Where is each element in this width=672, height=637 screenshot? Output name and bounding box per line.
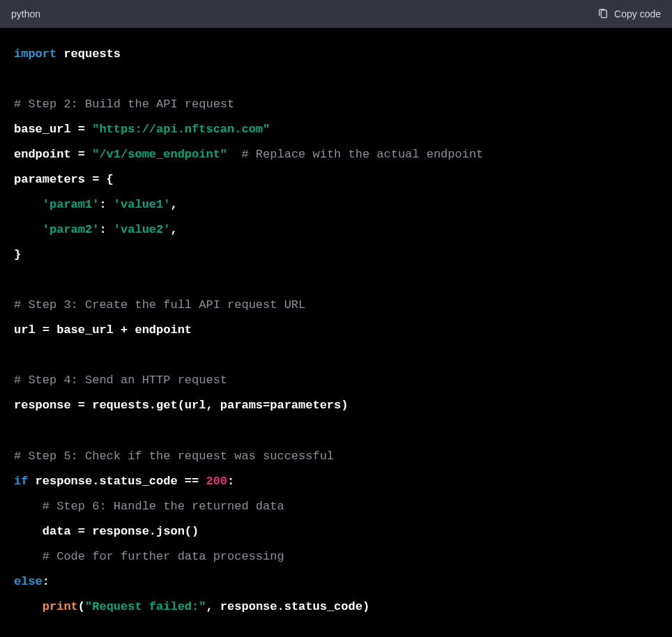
code-token [14,600,43,613]
language-label: python [11,8,40,20]
code-token: , response.status_code) [206,600,369,613]
code-token: # Replace with the actual endpoint [227,148,483,161]
code-token: "/v1/some_endpoint" [92,148,227,161]
code-token: response = requests.get(url, params=para… [14,399,348,412]
code-token: : [227,475,234,488]
code-token: else [14,575,43,588]
code-block-header: python Copy code [0,0,672,28]
code-token: url = base_url + endpoint [14,323,192,337]
code-token: "Request failed:" [85,600,206,613]
copy-code-label: Copy code [614,8,661,20]
code-token: parameters = { [14,173,114,186]
code-token: 'param2' [14,223,99,236]
code-token: requests [56,47,121,61]
code-content[interactable]: import requests # Step 2: Build the API … [0,28,672,634]
code-token: base_url = [14,123,92,136]
code-token: if [14,475,28,488]
code-token: , [170,223,177,236]
code-token: # Step 6: Handle the returned data [14,500,284,513]
code-token: 'value1' [114,198,171,211]
code-token: import [14,47,56,61]
code-token: # Step 3: Create the full API request UR… [14,298,305,312]
code-token: 'param1' [14,198,99,211]
code-token: # Step 4: Send an HTTP request [14,374,227,387]
code-token: , [170,198,177,211]
code-token: "https://api.nftscan.com" [92,123,270,136]
code-token: : [99,198,113,211]
code-token: ( [78,600,85,613]
code-token: data = response.json() [14,525,199,538]
code-token: # Step 5: Check if the request was succe… [14,450,334,463]
code-token: # Step 2: Build the API request [14,98,234,111]
code-token: } [14,248,21,261]
svg-rect-0 [601,10,606,18]
clipboard-icon [597,8,609,20]
code-token: endpoint = [14,148,92,161]
code-token: : [99,223,113,236]
code-token: response.status_code == [28,475,206,488]
code-token: # Code for further data processing [14,550,284,563]
code-token: 200 [206,475,227,488]
copy-code-button[interactable]: Copy code [597,8,661,20]
code-token: print [43,600,78,613]
code-token: 'value2' [114,223,171,236]
code-token: : [43,575,49,588]
